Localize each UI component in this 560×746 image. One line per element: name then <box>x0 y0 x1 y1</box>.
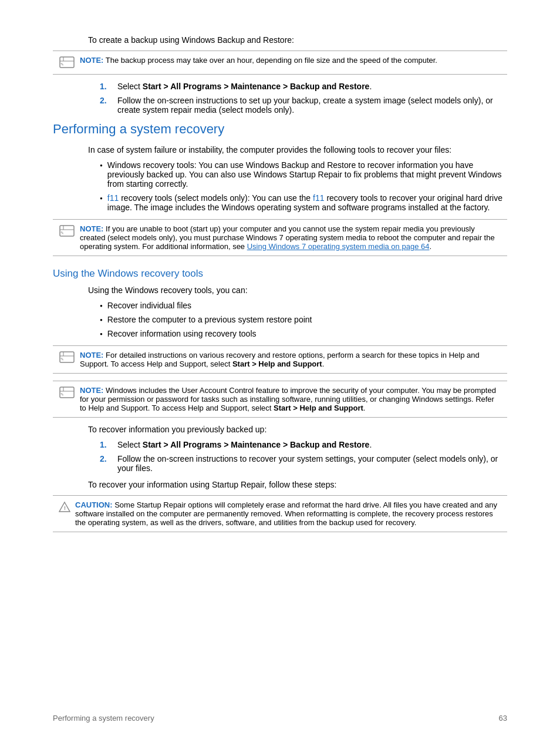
bullet-2-1: Recover individual files <box>100 301 507 310</box>
svg-text:✎: ✎ <box>60 392 64 396</box>
subsection-intro: Using the Windows recovery tools, you ca… <box>88 285 507 295</box>
step-2-2-text: Follow the on-screen instructions to rec… <box>117 454 507 473</box>
note-2-content: NOTE: If you are unable to boot (start u… <box>80 224 501 251</box>
footer-label: Performing a system recovery <box>53 714 154 723</box>
section-intro: In case of system failure or instability… <box>88 145 507 154</box>
caution-icon: ! <box>59 501 70 515</box>
steps-list-2: 1. Select Start > All Programs > Mainten… <box>100 440 507 473</box>
caution-content: CAUTION: Some Startup Repair options wil… <box>75 500 501 527</box>
note-icon-2: ✎ <box>59 225 75 238</box>
step-1-1-num: 1. <box>100 82 112 91</box>
bullet-2-3: Recover information using recovery tools <box>100 329 507 338</box>
note-1-content: NOTE: The backup process may take over a… <box>80 56 501 65</box>
subsection-heading: Using the Windows recovery tools <box>53 268 507 280</box>
note-2-link[interactable]: Using Windows 7 operating system media o… <box>247 242 430 251</box>
caution-text: Some Startup Repair options will complet… <box>75 500 497 527</box>
step-2-1: 1. Select Start > All Programs > Mainten… <box>100 440 507 449</box>
note-icon-1: ✎ <box>59 56 75 69</box>
step-2-1-num: 1. <box>100 440 112 449</box>
step-2-2-num: 2. <box>100 454 112 473</box>
bullet-1-2-text: f11 recovery tools (select models only):… <box>107 193 507 212</box>
bullet-2-2-text: Restore the computer to a previous syste… <box>107 315 312 324</box>
footer-page-number: 63 <box>499 714 507 723</box>
note-2-text: If you are unable to boot (start up) you… <box>80 224 495 251</box>
note-3-text: For detailed instructions on various rec… <box>80 351 480 368</box>
step-1-1-text: Select Start > All Programs > Maintenanc… <box>117 82 372 91</box>
note-4-text: Windows includes the User Account Contro… <box>80 386 496 412</box>
step-2-1-text: Select Start > All Programs > Maintenanc… <box>117 440 372 449</box>
caution-box: ! CAUTION: Some Startup Repair options w… <box>53 495 507 532</box>
page-footer: Performing a system recovery 63 <box>0 714 560 723</box>
steps-list-1: 1. Select Start > All Programs > Mainten… <box>100 82 507 115</box>
svg-text:✎: ✎ <box>60 357 64 361</box>
step-1-2-num: 2. <box>100 96 112 115</box>
note-1-text: The backup process may take over an hour… <box>106 56 437 65</box>
bullet-2-1-text: Recover individual files <box>107 301 191 310</box>
svg-text:✎: ✎ <box>60 62 64 66</box>
note-icon-4: ✎ <box>59 387 75 399</box>
svg-text:!: ! <box>64 505 66 511</box>
note-4-content: NOTE: Windows includes the User Account … <box>80 386 501 412</box>
svg-text:✎: ✎ <box>60 231 64 235</box>
bullet-2-2: Restore the computer to a previous syste… <box>100 315 507 324</box>
step-2-2: 2. Follow the on-screen instructions to … <box>100 454 507 473</box>
caution-label: CAUTION: <box>75 500 113 509</box>
bullet-list-1: Windows recovery tools: You can use Wind… <box>100 160 507 212</box>
note-box-1: ✎ NOTE: The backup process may take over… <box>53 51 507 75</box>
note-3-content: NOTE: For detailed instructions on vario… <box>80 351 501 368</box>
page-content: To create a backup using Windows Backup … <box>0 0 560 586</box>
step-1-2: 2. Follow the on-screen instructions to … <box>100 96 507 115</box>
step-1-1: 1. Select Start > All Programs > Mainten… <box>100 82 507 91</box>
recover-intro: To recover information you previously ba… <box>88 425 507 434</box>
bullet-1-2: f11 recovery tools (select models only):… <box>100 193 507 212</box>
note-box-3: ✎ NOTE: For detailed instructions on var… <box>53 345 507 374</box>
bullet-2-3-text: Recover information using recovery tools <box>107 329 257 338</box>
note-box-2: ✎ NOTE: If you are unable to boot (start… <box>53 219 507 256</box>
note-3-label: NOTE: <box>80 351 103 359</box>
bullet-list-2: Recover individual files Restore the com… <box>100 301 507 338</box>
section-heading: Performing a system recovery <box>53 122 507 137</box>
note-2-label: NOTE: <box>80 224 103 233</box>
note-icon-3: ✎ <box>59 351 75 364</box>
note-1-label: NOTE: <box>80 56 103 65</box>
intro-text: To create a backup using Windows Backup … <box>88 35 507 45</box>
startup-repair-intro: To recover your information using Startu… <box>88 480 507 489</box>
step-1-2-text: Follow the on-screen instructions to set… <box>117 96 507 115</box>
note-4-label: NOTE: <box>80 386 103 395</box>
note-box-4: ✎ NOTE: Windows includes the User Accoun… <box>53 381 507 418</box>
bullet-1-1-text: Windows recovery tools: You can use Wind… <box>107 160 507 189</box>
bullet-1-1: Windows recovery tools: You can use Wind… <box>100 160 507 189</box>
